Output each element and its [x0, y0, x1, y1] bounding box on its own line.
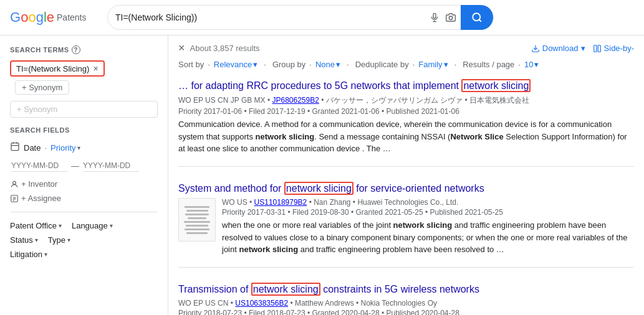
sidebar-divider [10, 212, 158, 212]
term-row: TI=(Network Slicing) × + Synonym [10, 60, 158, 95]
microphone-icon[interactable] [430, 12, 440, 22]
svg-line-5 [479, 19, 481, 21]
status-arrow: ▾ [35, 237, 38, 243]
result-thumbnail [178, 198, 216, 242]
search-term-chip: TI=(Network Slicing) × [10, 60, 105, 77]
search-icon-group [430, 12, 456, 22]
results-count: About 3,857 results [190, 44, 531, 53]
results-per-page-label: Results / page [463, 60, 514, 69]
header: Google Patents [0, 0, 644, 35]
result-item: System and method for network slicing fo… [178, 182, 634, 268]
date-field-row: Date · Priority ▾ [10, 141, 158, 154]
results-bar: × About 3,857 results Download ▾ [178, 42, 634, 55]
patent-office-dropdown[interactable]: Patent Office ▾ [10, 221, 62, 230]
result-details: WO US • US11018979B2 • Nan Zhang • Huawe… [222, 198, 634, 256]
search-fields-title: SEARCH FIELDS [10, 126, 158, 134]
result-countries: WO EP US CN JP GB MX • JP6806259B2 • バケッ… [178, 95, 634, 106]
result-title[interactable]: System and method for network slicing fo… [178, 182, 634, 195]
date-from-input[interactable] [11, 160, 67, 172]
patent-link[interactable]: US11018979B2 [254, 198, 307, 207]
result-countries: WO US • US11018979B2 • Nan Zhang • Huawe… [222, 198, 634, 207]
svg-point-4 [473, 13, 480, 21]
date-type-arrow: ▾ [77, 144, 80, 151]
result-dates: Priority 2017-01-06 • Filed 2017-12-19 •… [178, 107, 634, 116]
main-layout: SEARCH TERMS ? TI=(Network Slicing) × + … [0, 35, 644, 315]
result-item: Transmission of network slicing constrai… [178, 283, 634, 315]
search-button[interactable] [461, 5, 493, 30]
result-snippet: when the one or more real variables of t… [222, 219, 634, 256]
dedup-arrow: ▾ [444, 60, 448, 69]
camera-icon[interactable] [446, 12, 456, 22]
search-input[interactable] [115, 12, 425, 22]
result-countries: WO EP US CN • US10638356B2 • Matthew And… [178, 299, 634, 308]
add-inventor-button[interactable]: + Inventor [10, 179, 57, 189]
result-meta-row: WO US • US11018979B2 • Nan Zhang • Huawe… [178, 198, 634, 256]
svg-point-10 [13, 181, 16, 184]
google-logo: Google [10, 9, 54, 26]
result-title[interactable]: … for adapting RRC procedures to 5G netw… [178, 79, 634, 93]
svg-rect-6 [11, 143, 19, 151]
help-icon[interactable]: ? [72, 45, 80, 54]
results-per-page-arrow: ▾ [534, 60, 539, 69]
litigation-dropdown[interactable]: Litigation ▾ [10, 250, 47, 259]
download-arrow: ▾ [581, 44, 585, 53]
litigation-row: Litigation ▾ [10, 250, 158, 259]
patent-link[interactable]: JP6806259B2 [272, 96, 319, 105]
sort-bar: Sort by · Relevance ▾ · Group by · None … [178, 60, 634, 69]
svg-point-3 [449, 16, 452, 19]
status-dropdown[interactable]: Status ▾ [10, 235, 38, 245]
synonym-field[interactable]: + Synonym [10, 101, 158, 118]
calendar-icon [10, 141, 20, 154]
group-dropdown[interactable]: None ▾ [315, 60, 340, 69]
add-synonym-button[interactable]: + Synonym [15, 80, 69, 95]
result-dates: Priority 2018-07-23 • Filed 2018-07-23 •… [178, 309, 634, 315]
result-item: … for adapting RRC procedures to 5G netw… [178, 79, 634, 167]
dedup-dropdown[interactable]: Family ▾ [418, 60, 448, 69]
sort-label: Sort by [178, 60, 204, 69]
sideby-button[interactable]: Side-by- [593, 44, 634, 53]
date-to-input[interactable] [83, 160, 139, 172]
type-dropdown[interactable]: Type ▾ [48, 235, 70, 245]
dedup-label: Deduplicate by [355, 60, 409, 69]
search-bar [107, 5, 494, 30]
sort-arrow: ▾ [253, 60, 257, 69]
svg-rect-16 [594, 45, 596, 52]
result-dates: Priority 2017-03-31 • Filed 2019-08-30 •… [222, 208, 634, 217]
close-button[interactable]: × [178, 42, 185, 55]
status-row: Status ▾ Type ▾ [10, 235, 158, 245]
date-range: — [11, 160, 158, 172]
term-chip-close[interactable]: × [93, 63, 98, 73]
type-arrow: ▾ [67, 237, 70, 243]
svg-rect-0 [433, 13, 436, 18]
add-assignee-button[interactable]: + Assignee [10, 194, 61, 203]
patent-office-arrow: ▾ [59, 222, 62, 229]
group-label: Group by [272, 60, 305, 69]
litigation-arrow: ▾ [44, 251, 47, 258]
patents-label: Patents [57, 12, 86, 22]
logo: Google Patents [10, 9, 97, 26]
results-per-page-dropdown[interactable]: 10 ▾ [524, 60, 539, 69]
svg-rect-17 [598, 45, 600, 52]
result-title[interactable]: Transmission of network slicing constrai… [178, 283, 634, 296]
results-actions: Download ▾ Side-by- [531, 44, 634, 53]
date-type-dropdown[interactable]: Priority ▾ [50, 143, 80, 153]
sidebar: SEARCH TERMS ? TI=(Network Slicing) × + … [0, 35, 168, 315]
patent-office-row: Patent Office ▾ Language ▾ [10, 221, 158, 230]
search-terms-title: SEARCH TERMS ? [10, 45, 158, 54]
patent-link[interactable]: US10638356B2 [235, 299, 288, 308]
content-area: × About 3,857 results Download ▾ [168, 35, 644, 315]
sort-dropdown[interactable]: Relevance ▾ [214, 60, 257, 69]
result-snippet: Communication device. A method for a com… [178, 118, 634, 155]
download-button[interactable]: Download ▾ [531, 44, 585, 53]
language-dropdown[interactable]: Language ▾ [72, 221, 113, 230]
group-arrow: ▾ [336, 60, 340, 69]
language-arrow: ▾ [110, 222, 113, 229]
